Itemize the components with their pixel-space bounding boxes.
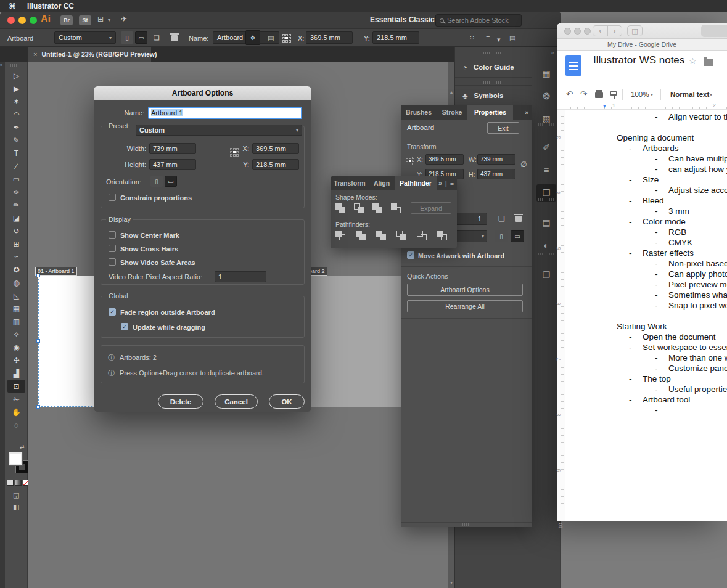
toolbar-expand-icon[interactable]: » — [0, 62, 2, 68]
rearrange-icon[interactable]: ≡ — [486, 34, 490, 41]
scroll-down-icon[interactable]: ▾ — [450, 580, 453, 586]
draw-mode-icon[interactable]: ◱ — [13, 491, 19, 499]
preset-dropdown[interactable]: Custom ▾ — [136, 125, 302, 136]
lasso-tool[interactable]: ◠ — [5, 108, 28, 121]
type-tool[interactable]: T — [5, 147, 28, 160]
address-bar[interactable] — [701, 25, 727, 37]
unite[interactable] — [335, 203, 346, 213]
h-input[interactable]: 437 mm — [477, 169, 515, 179]
sidebar-button[interactable]: ◫ — [627, 25, 643, 36]
document-setup-icon[interactable]: ▤ — [509, 34, 515, 42]
close-window-button[interactable] — [7, 17, 15, 24]
dock-gripper[interactable] — [483, 52, 502, 54]
shape-builder-tool[interactable]: ◍ — [5, 276, 28, 289]
scroll-up-icon[interactable]: ▴ — [450, 89, 453, 95]
x-input[interactable]: 369.5 mm — [425, 154, 464, 165]
landscape-orientation-button[interactable]: ▭ — [135, 31, 147, 44]
redo-icon[interactable]: ↷ — [580, 89, 587, 99]
workspace-chevron-icon[interactable]: ▾ — [424, 18, 427, 23]
selection-tool[interactable]: ▷ — [5, 69, 28, 82]
scale-tool[interactable]: ⊞ — [5, 237, 28, 250]
delete-button[interactable]: Delete — [158, 394, 203, 409]
dock-gripper[interactable] — [483, 81, 502, 84]
color-mode-button[interactable] — [7, 480, 14, 486]
display-checkbox[interactable] — [109, 245, 116, 252]
strip-gripper[interactable] — [538, 123, 554, 126]
arrange-documents-chevron-icon[interactable]: ▾ — [108, 17, 110, 23]
panel-expand-icon[interactable]: » — [525, 105, 532, 120]
reference-point-grid[interactable] — [406, 157, 414, 165]
panel-menu-icon[interactable]: ≡ — [448, 176, 456, 190]
tab-pathfinder[interactable]: Pathfinder — [395, 176, 437, 190]
horizontal-ruler[interactable]: ▾ 12 — [557, 102, 727, 110]
artboard-handle[interactable] — [36, 339, 40, 343]
minus-front[interactable] — [354, 203, 364, 213]
tab-brushes[interactable]: Brushes — [401, 105, 437, 120]
tab-align[interactable]: Align — [369, 176, 395, 190]
undo-icon[interactable]: ↶ — [566, 89, 573, 99]
exclude[interactable] — [391, 203, 401, 213]
link-broken-icon[interactable]: ∅ — [520, 160, 527, 169]
expand-button[interactable]: Expand — [411, 202, 451, 214]
rearrange-chevron-icon[interactable]: ▾ — [497, 36, 501, 44]
portrait-orientation-button[interactable]: ▯ — [150, 176, 163, 187]
rectangle-tool[interactable]: ▭ — [5, 173, 28, 186]
intersect[interactable] — [372, 203, 383, 213]
document-tab[interactable]: × Untitled-1 @ 23% (RGB/GPU Preview) — [28, 47, 151, 62]
paint-format-icon[interactable] — [610, 91, 617, 96]
exit-button[interactable]: Exit — [487, 122, 519, 134]
divide[interactable] — [335, 231, 346, 240]
zoom-window-button[interactable] — [30, 17, 37, 24]
column-graph-tool[interactable]: ▟ — [5, 367, 28, 380]
close-tab-icon[interactable]: × — [33, 51, 37, 58]
close-window-button[interactable] — [564, 28, 571, 35]
paintbrush-tool[interactable]: ✑ — [5, 186, 28, 198]
symbol-sprayer-tool[interactable]: ✣ — [5, 354, 28, 367]
x-input[interactable]: 369.5 mm — [252, 143, 299, 154]
gpu-performance-icon[interactable]: ✈ — [121, 15, 127, 23]
hand-tool[interactable]: ✋ — [5, 406, 28, 419]
stock-button[interactable]: St — [79, 15, 91, 25]
tab-transform[interactable]: Transform — [331, 176, 369, 190]
document-title[interactable]: Illustrator WS notes — [593, 54, 684, 67]
paragraph-style-dropdown[interactable]: Normal text — [670, 91, 709, 98]
landscape-orientation-button[interactable]: ▭ — [511, 230, 524, 242]
adobe-stock-search-input[interactable]: Search Adobe Stock — [435, 14, 522, 27]
portrait-orientation-button[interactable]: ▯ — [121, 31, 133, 44]
fade-region-checkbox[interactable]: ✓ — [109, 308, 116, 316]
crop[interactable] — [396, 231, 407, 240]
artboard-tool[interactable]: ⊡ — [7, 380, 25, 393]
w-input[interactable]: 739 mm — [477, 154, 515, 165]
portrait-orientation-button[interactable]: ▯ — [495, 230, 508, 242]
shaper-tool[interactable]: ✏ — [5, 198, 28, 211]
width-tool[interactable]: ≈ — [5, 250, 28, 263]
zoom-dropdown[interactable]: 100% — [631, 91, 649, 98]
update-dragging-checkbox[interactable]: ✓ — [121, 323, 128, 330]
constrain-proportions-checkbox[interactable] — [109, 194, 116, 201]
display-checkbox[interactable] — [109, 258, 116, 266]
line-segment-tool[interactable]: ∕ — [5, 160, 28, 173]
artboard-options-button[interactable]: Artboard Options — [407, 284, 523, 296]
panel-resize-gripper[interactable] — [459, 523, 475, 526]
star-icon[interactable]: ☆ — [689, 56, 697, 66]
artboard-handle[interactable] — [36, 405, 40, 409]
folder-icon[interactable] — [704, 59, 713, 66]
menu-app-name[interactable]: Illustrator CC — [27, 2, 74, 10]
outline[interactable] — [417, 231, 427, 240]
vertical-ruler[interactable]: 345678910 — [557, 110, 565, 521]
curvature-tool[interactable]: ✎ — [5, 134, 28, 147]
move-artwork-toggle[interactable]: ✥ — [245, 30, 260, 45]
minimize-window-button[interactable] — [18, 17, 26, 24]
google-docs-icon[interactable] — [565, 55, 581, 76]
symbols-panel[interactable]: ♣ Symbols — [455, 85, 532, 106]
pen-tool[interactable]: ✒ — [5, 121, 28, 134]
cursor-marker-icon[interactable]: ▾ — [603, 103, 606, 109]
name-input[interactable]: Artboard 1 — [148, 107, 302, 119]
apple-menu-icon[interactable]: ⌘ — [9, 2, 16, 10]
artboard1-label[interactable]: 01 - Artboard 1 — [35, 267, 77, 276]
fill-color-swatch[interactable] — [9, 452, 22, 465]
move-artwork-checkbox[interactable]: ✓ — [407, 251, 414, 259]
document-page[interactable]: Align vector to the Opening a document A… — [565, 110, 727, 521]
strip-gripper[interactable] — [538, 253, 554, 255]
y-input[interactable]: 218.5 mm — [252, 159, 299, 170]
